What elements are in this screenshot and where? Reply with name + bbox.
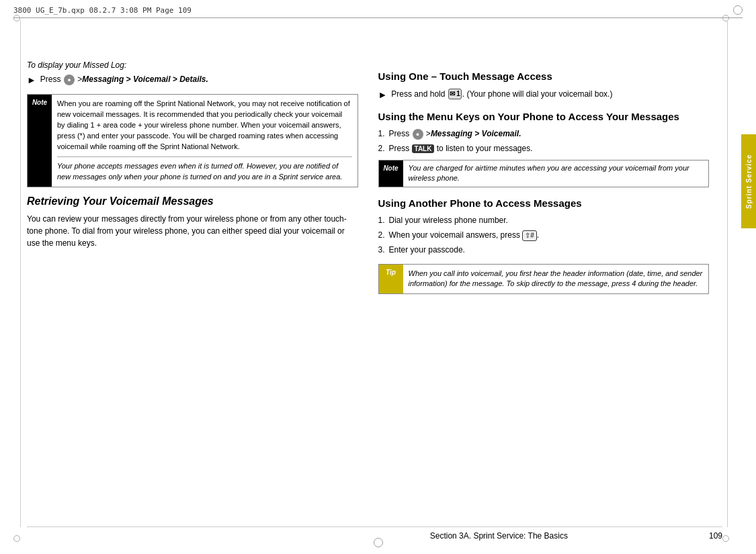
retrieving-heading: Retrieving Your Voicemail Messages bbox=[27, 195, 358, 207]
display-missed-log-arrow: ► Press ● >Messaging > Voicemail > Detai… bbox=[27, 74, 358, 86]
another-step-1-text: Dial your wireless phone number. bbox=[389, 215, 508, 226]
note-box-small: Note You are charged for airtime minutes… bbox=[378, 160, 710, 187]
messaging-voicemail-details: Messaging > Voicemail > Details. bbox=[82, 75, 208, 84]
menu-key-2: ● bbox=[413, 129, 423, 140]
step-num-2: 2. bbox=[378, 143, 385, 154]
footer-page-num: 109 bbox=[709, 531, 722, 541]
one-touch-heading: Using One – Touch Message Access bbox=[378, 70, 710, 83]
note-label: Note bbox=[28, 95, 52, 187]
tip-box: Tip When you call into voicemail, you fi… bbox=[378, 264, 710, 295]
menu-step-1: 1. Press ● >Messaging > Voicemail. bbox=[378, 128, 710, 140]
note-label-small: Note bbox=[379, 160, 403, 187]
header-bar: 3800 UG_E_7b.qxp 08.2.7 3:08 PM Page 109 bbox=[13, 5, 743, 18]
arrow-bullet-2: ► bbox=[378, 89, 388, 101]
menu-keys-heading: Using the Menu Keys on Your Phone to Acc… bbox=[378, 110, 710, 124]
another-step-num-2: 2. bbox=[378, 230, 385, 241]
footer: Section 3A. Sprint Service: The Basics 1… bbox=[27, 526, 722, 541]
menu-key: ● bbox=[64, 75, 75, 85]
menu-step-2: 2. Press TALK to listen to your messages… bbox=[378, 143, 710, 154]
note-box-left: Note When you are roaming off the Sprint… bbox=[27, 94, 358, 187]
note-para2: Your phone accepts messages even when it… bbox=[57, 162, 342, 181]
margin-line-left bbox=[20, 20, 21, 527]
step-1-text: Press ● >Messaging > Voicemail. bbox=[389, 128, 521, 140]
one-touch-arrow: ► Press and hold ✉ 1. (Your phone will d… bbox=[378, 89, 710, 101]
another-step-2-text: When your voicemail answers, press ⇧#. bbox=[389, 230, 540, 241]
talk-key: TALK bbox=[412, 144, 435, 153]
side-tab: Sprint Service bbox=[741, 134, 756, 228]
step-num-1: 1. bbox=[378, 128, 385, 140]
messaging-voicemail: Messaging > Voicemail. bbox=[431, 129, 521, 138]
note-content: When you are roaming off the Sprint Nati… bbox=[52, 95, 358, 187]
display-missed-log-text: Press ● >Messaging > Voicemail > Details… bbox=[40, 74, 208, 85]
another-step-3-text: Enter your passcode. bbox=[389, 244, 465, 256]
display-missed-log-title: To display your Missed Log: bbox=[27, 60, 358, 70]
page-content: To display your Missed Log: ► Press ● >M… bbox=[27, 20, 722, 520]
left-column: To display your Missed Log: ► Press ● >M… bbox=[27, 20, 358, 520]
another-step-3: 3. Enter your passcode. bbox=[378, 244, 710, 256]
press-and-hold-text: Press and hold bbox=[391, 89, 445, 99]
tip-label: Tip bbox=[379, 265, 403, 294]
side-tab-label: Sprint Service bbox=[741, 134, 756, 228]
retrieving-para: You can review your messages directly fr… bbox=[27, 213, 358, 249]
arrow-bullet: ► bbox=[27, 74, 36, 86]
note-divider bbox=[57, 156, 352, 157]
another-step-1: 1. Dial your wireless phone number. bbox=[378, 215, 710, 226]
another-phone-heading: Using Another Phone to Access Messages bbox=[378, 197, 710, 210]
shift-hash-key: ⇧# bbox=[522, 230, 537, 241]
margin-line-right bbox=[727, 20, 728, 527]
tip-content: When you call into voicemail, you first … bbox=[403, 265, 709, 294]
one-touch-text: Press and hold ✉ 1. (Your phone will dia… bbox=[391, 89, 612, 100]
footer-section-text: Section 3A. Sprint Service: The Basics bbox=[430, 531, 568, 541]
vm-key-1: ✉ 1 bbox=[448, 89, 462, 99]
reg-mark-br bbox=[722, 535, 729, 542]
note-content-small: You are charged for airtime minutes when… bbox=[403, 160, 709, 187]
footer-text: Section 3A. Sprint Service: The Basics 1… bbox=[430, 531, 722, 541]
step-2-text: Press TALK to listen to your messages. bbox=[389, 143, 533, 154]
another-step-num-3: 3. bbox=[378, 244, 385, 256]
reg-mark-bl bbox=[13, 535, 20, 542]
another-step-2: 2. When your voicemail answers, press ⇧#… bbox=[378, 230, 710, 241]
note-para1: When you are roaming off the Sprint Nati… bbox=[57, 99, 350, 150]
header-corner-circle bbox=[733, 5, 743, 15]
header-file-info: 3800 UG_E_7b.qxp 08.2.7 3:08 PM Page 109 bbox=[13, 6, 728, 15]
right-column: Using One – Touch Message Access ► Press… bbox=[378, 20, 723, 520]
another-step-num-1: 1. bbox=[378, 215, 385, 226]
